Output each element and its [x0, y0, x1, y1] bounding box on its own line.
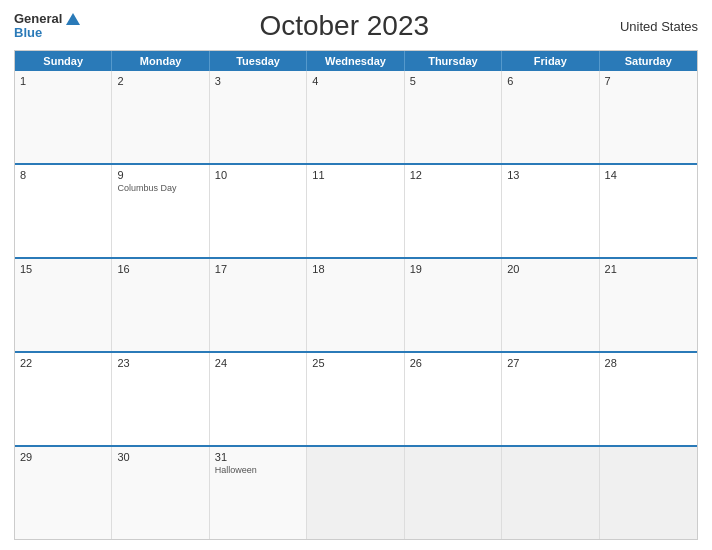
day-oct-7: 7 — [600, 71, 697, 163]
header-wednesday: Wednesday — [307, 51, 404, 71]
header-saturday: Saturday — [600, 51, 697, 71]
day-oct-31: 31 Halloween — [210, 447, 307, 539]
logo-blue-text: Blue — [14, 26, 80, 40]
logo: General Blue — [14, 12, 80, 41]
logo-general-text: General — [14, 12, 62, 26]
day-oct-27: 27 — [502, 353, 599, 445]
day-oct-30: 30 — [112, 447, 209, 539]
week-1: 1 2 3 4 5 6 7 — [15, 71, 697, 163]
day-oct-18: 18 — [307, 259, 404, 351]
day-oct-12: 12 — [405, 165, 502, 257]
day-empty-1 — [307, 447, 404, 539]
day-oct-3: 3 — [210, 71, 307, 163]
header-monday: Monday — [112, 51, 209, 71]
day-oct-6: 6 — [502, 71, 599, 163]
day-oct-28: 28 — [600, 353, 697, 445]
day-oct-9: 9 Columbus Day — [112, 165, 209, 257]
day-oct-11: 11 — [307, 165, 404, 257]
day-oct-2: 2 — [112, 71, 209, 163]
week-3: 15 16 17 18 19 20 21 — [15, 257, 697, 351]
day-oct-24: 24 — [210, 353, 307, 445]
week-5: 29 30 31 Halloween — [15, 445, 697, 539]
logo-triangle-icon — [66, 13, 80, 25]
week-4: 22 23 24 25 26 27 28 — [15, 351, 697, 445]
page: General Blue October 2023 United States … — [0, 0, 712, 550]
header-tuesday: Tuesday — [210, 51, 307, 71]
header-thursday: Thursday — [405, 51, 502, 71]
day-oct-26: 26 — [405, 353, 502, 445]
day-oct-4: 4 — [307, 71, 404, 163]
week-2: 8 9 Columbus Day 10 11 12 13 14 — [15, 163, 697, 257]
day-oct-22: 22 — [15, 353, 112, 445]
day-oct-25: 25 — [307, 353, 404, 445]
calendar-body: 1 2 3 4 5 6 7 8 9 Columbus Day 10 11 12 … — [15, 71, 697, 539]
day-oct-14: 14 — [600, 165, 697, 257]
day-oct-10: 10 — [210, 165, 307, 257]
day-oct-13: 13 — [502, 165, 599, 257]
day-oct-20: 20 — [502, 259, 599, 351]
day-empty-2 — [405, 447, 502, 539]
day-empty-4 — [600, 447, 697, 539]
day-oct-5: 5 — [405, 71, 502, 163]
header-sunday: Sunday — [15, 51, 112, 71]
day-oct-17: 17 — [210, 259, 307, 351]
calendar-header: Sunday Monday Tuesday Wednesday Thursday… — [15, 51, 697, 71]
calendar: Sunday Monday Tuesday Wednesday Thursday… — [14, 50, 698, 540]
day-oct-21: 21 — [600, 259, 697, 351]
day-oct-16: 16 — [112, 259, 209, 351]
day-oct-8: 8 — [15, 165, 112, 257]
header-friday: Friday — [502, 51, 599, 71]
day-oct-23: 23 — [112, 353, 209, 445]
day-oct-29: 29 — [15, 447, 112, 539]
day-oct-19: 19 — [405, 259, 502, 351]
day-oct-1: 1 — [15, 71, 112, 163]
header: General Blue October 2023 United States — [14, 10, 698, 42]
country-label: United States — [608, 19, 698, 34]
day-empty-3 — [502, 447, 599, 539]
day-oct-15: 15 — [15, 259, 112, 351]
page-title: October 2023 — [80, 10, 608, 42]
